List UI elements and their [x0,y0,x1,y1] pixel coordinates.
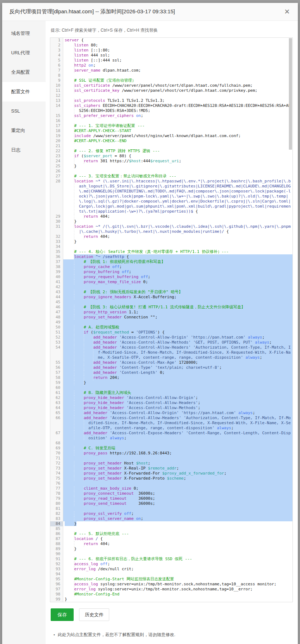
editor-line[interactable]: 48 proxy_set_header Connection ""; [50,315,292,320]
editor-line[interactable]: 50 # A. 处理跨域预检 [50,325,292,330]
editor-line[interactable]: 63 proxy_hide_header 'Access-Control-All… [50,400,292,405]
editor-line[interactable]: 70 proxy_pass https://192.168.9.26:8443; [50,451,292,456]
editor-line[interactable]: 81 [50,506,292,511]
editor-scrollbar-thumb[interactable] [289,38,292,150]
editor-line[interactable]: 58 return 204; [50,375,292,380]
editor-line[interactable]: 64 proxy_hide_header 'Access-Control-All… [50,405,292,411]
sidebar-item-domain[interactable]: 域名管理 [2,24,46,43]
editor-line[interactable]: 11 ssl_certificate_key /www/server/panel… [50,88,292,93]
editor-line[interactable]: 10 ssl_certificate /www/server/panel/vho… [50,83,292,88]
editor-line[interactable]: 97 error_log syslog:server=unix:/tmp/bt-… [50,587,292,592]
editor-line[interactable]: 93 error_log /dev/null crit; [50,567,292,572]
editor-line[interactable]: 18 #CERT-APPLY-CHECK--START [50,128,292,133]
editor-line[interactable]: 5 listen [::]:444 ssl; [50,58,292,63]
editor-line[interactable]: 25 } [50,164,292,169]
editor-line[interactable]: 82 proxy_ssl_verify off; [50,511,292,516]
editor-line[interactable]: 12 [50,93,292,98]
close-button[interactable]: ✕ [284,8,290,15]
editor-line[interactable]: 14 ssl_ciphers EECDH+CHACHA20:EECDH+CHAC… [50,103,292,113]
sidebar-item-logs[interactable]: 日志 [2,140,46,160]
editor-line[interactable]: 71 [50,456,292,461]
editor-line[interactable]: 95 #Monitor-Config-Start 网站监控报表日志发送配置 [50,577,292,582]
history-file-button[interactable]: 历史文件 [79,608,109,621]
editor-line[interactable]: 62 proxy_hide_header 'Access-Control-All… [50,395,292,400]
editor-line[interactable]: 60 [50,385,292,390]
editor-line[interactable]: 47 proxy_http_version 1.1; [50,310,292,315]
editor-line[interactable]: 40 proxy_request_buffering off; [50,275,292,280]
editor-line[interactable]: 65 add_header 'Access-Control-Allow-Orig… [50,411,292,416]
editor-line[interactable]: 59 } [50,380,292,385]
editor-line[interactable]: 73 proxy_set_header X-Real-IP $remote_ad… [50,466,292,471]
editor-line[interactable]: 28 location ~* (\.user.ini|\.htaccess|\.… [50,179,292,214]
editor-line[interactable]: 94 [50,572,292,577]
editor-line[interactable]: 15 ssl_prefer_server_ciphers on; [50,113,292,118]
code-editor[interactable]: 1server {2 listen 80;3 listen [::]:80;4 … [50,37,293,602]
editor-line[interactable]: 91 # --- 6. 彻底干掉所有日志，防止大量请求导致 SSD 假死 --- [50,557,292,562]
editor-line[interactable]: 9 # SSL 证书配置（宝塔自动管理） [50,78,292,83]
editor-line[interactable]: 7 server_name dlpan.htaat.com; [50,68,292,73]
editor-line[interactable]: 79 proxy_read_timeout 36000s; [50,496,292,501]
editor-line[interactable]: 49 [50,320,292,325]
editor-line[interactable]: 96 access_log syslog:server=unix:/tmp/bt… [50,582,292,587]
editor-line[interactable]: 92 access_log off; [50,562,292,567]
editor-line[interactable]: 6 http2 on; [50,63,292,68]
editor-line[interactable]: 33 } [50,239,292,244]
editor-line[interactable]: 67 add_header 'Access-Control-Expose-Hea… [50,431,292,441]
editor-line[interactable]: 29 return 404; [50,214,292,219]
editor-line[interactable]: 89 } [50,547,292,552]
editor-line[interactable]: 86 # --- 5. 默认拒绝兜底 --- [50,531,292,536]
editor-line[interactable]: 42 [50,285,292,290]
editor-line[interactable]: 77 client_max_body_size 0; [50,486,292,491]
editor-line[interactable]: 22 # --- 2. 修复 HTTP 跳转 HTTPS 逻辑 --- [50,149,292,154]
editor-line[interactable]: 32 return 404; [50,234,292,239]
editor-line[interactable]: 8 [50,73,292,78]
editor-line[interactable]: 1server { [50,38,292,43]
editor-line[interactable]: 3 listen [::]:80; [50,48,292,53]
editor-line[interactable]: 68 [50,441,292,446]
sidebar-item-url-proxy[interactable]: URL代理 [2,43,46,63]
editor-line[interactable]: 36 location ^~ /seafhttp { [50,254,292,259]
editor-line[interactable]: 84 } [50,521,292,526]
editor-line[interactable]: 45 [50,300,292,305]
editor-line[interactable]: 23 if ($server_port = 80) { [50,154,292,159]
editor-line[interactable]: 17 # --- 1. 宝塔证书申请验证配置 --- [50,123,292,128]
editor-line[interactable]: 19 include /www/server/panel/vhost/nginx… [50,133,292,139]
editor-line[interactable]: 37 # 【防线 1: 彻底锁死所有代理缓冲和写盘】 [50,259,292,264]
sidebar-item-global-config[interactable]: 全局配置 [2,63,46,82]
sidebar-item-redirect[interactable]: 重定向 [2,121,46,140]
editor-line[interactable]: 21 [50,144,292,149]
editor-line[interactable]: 41 proxy_max_temp_file_size 0; [50,280,292,285]
editor-line[interactable]: 78 proxy_connect_timeout 36000s; [50,491,292,496]
editor-line[interactable]: 66 add_header 'Access-Control-Allow-Head… [50,416,292,431]
editor-line[interactable]: 39 proxy_buffering off; [50,269,292,275]
editor-line[interactable]: 4 listen 444 ssl; [50,53,292,58]
save-button[interactable]: 保存 [51,608,74,621]
editor-line[interactable]: 56 add_header 'Content-Type' 'text/plain… [50,365,292,370]
editor-line[interactable]: 43 # 【防线 2: 强制无视后端发来的 "开启缓冲" 暗号】 [50,290,292,295]
editor-line[interactable]: 55 add_header 'Access-Control-Max-Age' 1… [50,360,292,365]
editor-line[interactable]: 72 proxy_set_header Host $host; [50,461,292,466]
editor-line[interactable]: 88 return 404; [50,541,292,547]
editor-line[interactable]: 83 proxy_ssl_server_name on; [50,516,292,521]
editor-line[interactable]: 85 [50,526,292,531]
editor-line[interactable]: 35 # --- 4. 核心: Seafile 文件转发（真·绝对零缓存 + H… [50,249,292,254]
editor-line[interactable]: 24 return 301 https://$host:444$request_… [50,159,292,164]
sidebar-item-config-file[interactable]: 配置文件 [2,82,46,101]
editor-line[interactable]: 26 [50,169,292,174]
editor-line[interactable]: 16 [50,118,292,123]
editor-line[interactable]: 31 location ~* /(\.git|\.svn|\.bzr|\.vsc… [50,224,292,234]
editor-line[interactable]: 80 proxy_send_timeout 36000s; [50,501,292,506]
editor-line[interactable]: 27 # --- 3. 宝塔安全配置：禁止访问敏感文件和目录 --- [50,174,292,179]
editor-line[interactable]: 52 add_header 'Access-Control-Allow-Orig… [50,335,292,340]
editor-line[interactable]: 44 proxy_ignore_headers X-Accel-Bufferin… [50,295,292,300]
editor-line[interactable]: 2 listen 80; [50,43,292,48]
sidebar-item-ssl[interactable]: SSL [2,101,46,121]
editor-line[interactable]: 53 add_header 'Access-Control-Allow-Meth… [50,340,292,345]
editor-line[interactable]: 30 } [50,219,292,224]
editor-line[interactable]: 75 proxy_set_header X-Forwarded-Proto $s… [50,476,292,481]
editor-line[interactable]: 99} [50,597,292,602]
editor-line[interactable]: 34 [50,244,292,249]
editor-line[interactable]: 57 add_header 'Content-Length' 0; [50,370,292,375]
editor-line[interactable]: 13 ssl_protocols TLSv1.1 TLSv1.2 TLSv1.3… [50,98,292,103]
editor-line[interactable]: 38 proxy_cache off; [50,264,292,269]
